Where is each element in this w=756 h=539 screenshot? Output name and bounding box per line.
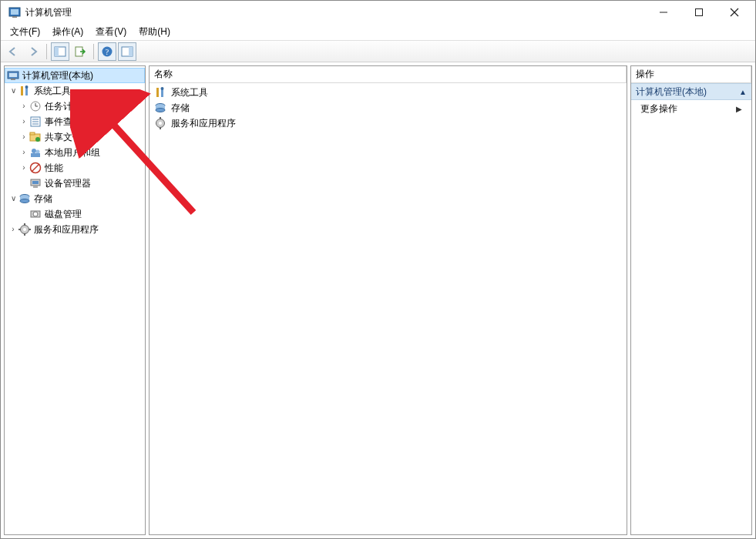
computer-icon <box>7 69 19 82</box>
event-log-icon <box>29 116 42 128</box>
tree-node-performance[interactable]: › 性能 <box>5 160 145 176</box>
expand-icon[interactable]: › <box>18 114 29 129</box>
window-title: 计算机管理 <box>25 6 72 19</box>
tree-label: 本地用户和组 <box>45 145 100 160</box>
list-item[interactable]: 存储 <box>151 100 625 116</box>
svg-rect-47 <box>18 229 21 230</box>
column-header-name[interactable]: 名称 <box>150 66 627 83</box>
actions-group-header[interactable]: 计算机管理(本地) ▲ <box>631 83 751 100</box>
actions-header-label: 操作 <box>636 68 654 81</box>
svg-point-30 <box>32 149 36 153</box>
clock-icon <box>29 100 42 112</box>
action-label: 更多操作 <box>640 102 677 116</box>
svg-rect-1 <box>11 9 18 15</box>
action-more[interactable]: 更多操作 ▶ <box>631 100 751 117</box>
tree-label: 共享文件夹 <box>45 129 91 145</box>
collapse-icon[interactable]: ∨ <box>8 191 18 206</box>
tree-node-services-apps[interactable]: › 服务和应用程序 <box>5 222 145 237</box>
close-button[interactable] <box>717 1 752 24</box>
list-item[interactable]: 系统工具 <box>151 85 625 100</box>
menu-action[interactable]: 操作(A) <box>46 24 89 40</box>
column-header-label: 名称 <box>154 68 173 81</box>
svg-rect-48 <box>29 229 31 230</box>
svg-rect-37 <box>33 186 38 188</box>
menu-file[interactable]: 文件(F) <box>4 24 46 40</box>
help-button[interactable]: ? <box>98 42 116 61</box>
services-icon <box>154 117 166 129</box>
performance-icon <box>29 162 42 174</box>
export-list-button[interactable] <box>71 42 89 61</box>
svg-rect-13 <box>129 47 133 56</box>
expand-icon[interactable]: › <box>18 129 29 145</box>
back-button[interactable] <box>4 42 22 61</box>
tools-icon <box>154 86 166 99</box>
menu-help[interactable]: 帮助(H) <box>133 24 176 40</box>
svg-point-19 <box>25 85 29 89</box>
tree-node-shared-folders[interactable]: › 共享文件夹 <box>5 129 145 145</box>
svg-point-56 <box>159 122 162 125</box>
maximize-button[interactable] <box>681 1 717 24</box>
storage-icon <box>154 102 166 114</box>
show-hide-action-pane-button[interactable] <box>118 42 136 61</box>
device-icon <box>29 177 42 189</box>
users-icon <box>29 146 42 159</box>
tree-node-device-manager[interactable]: 设备管理器 <box>5 176 145 191</box>
tree-label: 计算机管理(本地) <box>22 68 93 83</box>
tree-node-local-users[interactable]: › 本地用户和组 <box>5 145 145 160</box>
tree-node-system-tools[interactable]: ∨ 系统工具 <box>5 83 145 99</box>
svg-point-29 <box>35 137 40 142</box>
list-item-label: 存储 <box>171 102 190 115</box>
minimize-button[interactable] <box>646 1 681 24</box>
tree-node-task-scheduler[interactable]: › 任务计划程序 <box>5 99 145 114</box>
collapse-icon[interactable]: ∨ <box>8 83 18 99</box>
actions-pane: 操作 计算机管理(本地) ▲ 更多操作 ▶ <box>630 65 752 535</box>
show-hide-tree-button[interactable] <box>51 42 69 61</box>
tree-label: 事件查看器 <box>45 114 91 129</box>
svg-rect-57 <box>160 117 161 119</box>
storage-icon <box>18 192 31 205</box>
tools-icon <box>18 85 31 97</box>
shared-folder-icon <box>29 131 42 143</box>
svg-rect-32 <box>31 153 40 157</box>
svg-rect-58 <box>160 127 161 129</box>
list-body[interactable]: 系统工具 存储 服务和应用程序 <box>150 83 627 132</box>
disk-icon <box>29 208 42 220</box>
actions-group-label: 计算机管理(本地) <box>636 85 707 99</box>
tree-label: 服务和应用程序 <box>34 222 99 237</box>
tree-node-event-viewer[interactable]: › 事件查看器 <box>5 114 145 129</box>
svg-point-44 <box>23 228 26 231</box>
tree-node-disk-management[interactable]: 磁盘管理 <box>5 206 145 222</box>
tree-label: 设备管理器 <box>45 176 91 191</box>
expand-icon[interactable]: › <box>18 145 29 160</box>
svg-point-40 <box>20 199 29 203</box>
nav-tree[interactable]: 计算机管理(本地) ∨ 系统工具 › 任务计划程序 › 事件查看器 › 共享文件 <box>5 66 145 239</box>
svg-rect-49 <box>156 88 159 97</box>
forward-button[interactable] <box>24 42 42 61</box>
workspace: 计算机管理(本地) ∨ 系统工具 › 任务计划程序 › 事件查看器 › 共享文件 <box>1 62 755 538</box>
tree-label: 磁盘管理 <box>45 206 82 222</box>
tree-label: 系统工具 <box>34 83 71 99</box>
list-item[interactable]: 服务和应用程序 <box>151 116 625 131</box>
svg-rect-28 <box>30 132 35 135</box>
tree-node-storage[interactable]: ∨ 存储 <box>5 191 145 206</box>
menu-view[interactable]: 查看(V) <box>89 24 133 40</box>
svg-rect-46 <box>24 233 25 236</box>
expand-icon[interactable]: › <box>18 99 29 114</box>
svg-rect-45 <box>24 223 25 226</box>
list-item-label: 系统工具 <box>171 86 208 99</box>
list-pane: 名称 系统工具 存储 服务和应用程序 <box>149 65 627 535</box>
list-item-label: 服务和应用程序 <box>171 117 236 130</box>
app-icon <box>8 6 21 18</box>
svg-rect-15 <box>9 73 17 77</box>
expand-icon[interactable]: › <box>8 222 18 237</box>
collapse-icon: ▲ <box>739 88 747 96</box>
svg-point-31 <box>36 150 40 154</box>
expand-icon[interactable]: › <box>18 160 29 176</box>
tree-pane: 计算机管理(本地) ∨ 系统工具 › 任务计划程序 › 事件查看器 › 共享文件 <box>4 65 146 535</box>
svg-rect-8 <box>55 47 59 56</box>
services-icon <box>18 223 31 236</box>
tree-label: 性能 <box>45 160 63 176</box>
svg-point-42 <box>33 212 38 216</box>
tree-node-root[interactable]: 计算机管理(本地) <box>5 68 145 83</box>
tree-label: 存储 <box>34 191 52 206</box>
